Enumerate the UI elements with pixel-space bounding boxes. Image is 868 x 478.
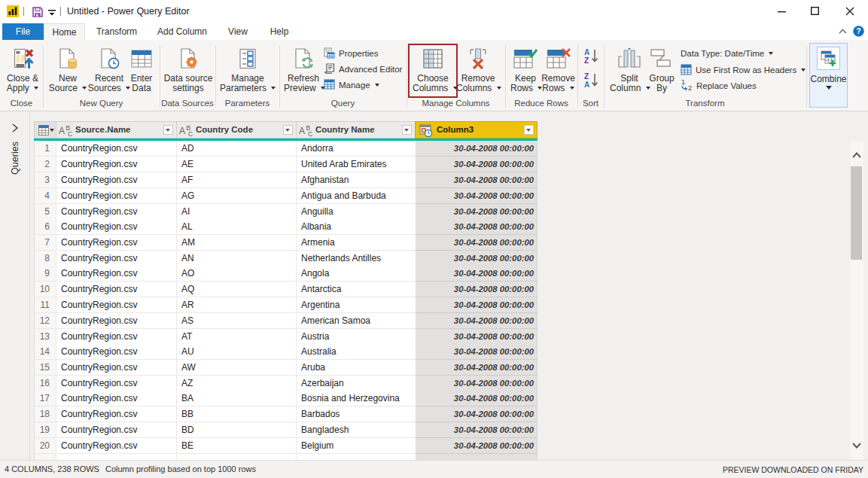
svg-text:1: 1 — [681, 79, 685, 86]
svg-text:2: 2 — [688, 84, 692, 91]
svg-text:A: A — [59, 126, 65, 136]
svg-text:A: A — [584, 81, 589, 89]
svg-text:?: ? — [856, 26, 860, 35]
svg-text:A: A — [299, 126, 305, 136]
svg-text:A: A — [179, 126, 185, 136]
svg-text:C: C — [188, 130, 193, 137]
svg-text:A: A — [584, 48, 589, 56]
svg-text:C: C — [68, 130, 72, 137]
svg-text:C: C — [308, 130, 312, 137]
svg-text:Z: Z — [584, 72, 589, 81]
svg-text:Z: Z — [584, 56, 589, 65]
